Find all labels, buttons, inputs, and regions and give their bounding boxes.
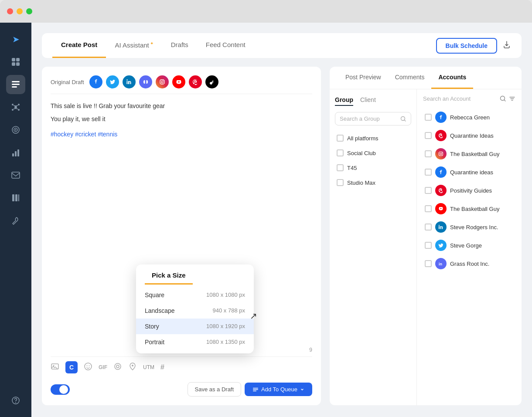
- checkbox-grass-root[interactable]: [425, 260, 432, 267]
- meta-icon[interactable]: [139, 75, 152, 88]
- checkbox-studio-max[interactable]: [337, 179, 344, 186]
- svg-rect-44: [253, 388, 258, 389]
- account-row-positivity-guides[interactable]: Positivity Guides: [423, 181, 515, 200]
- sidebar-item-analytics[interactable]: [6, 143, 25, 162]
- tab-feed-content[interactable]: Feed Content: [197, 33, 254, 58]
- account-row-steve-rodgers[interactable]: Steve Rodgers Inc.: [423, 218, 515, 236]
- sidebar-item-target[interactable]: [6, 120, 25, 139]
- svg-line-13: [16, 105, 18, 106]
- size-option-story[interactable]: Story 1080 x 1920 px ↗: [136, 319, 254, 334]
- size-option-square[interactable]: Square 1080 x 1080 px: [136, 287, 254, 303]
- group-label-social-club: Social Club: [347, 150, 376, 156]
- editor-header: Original Draft: [51, 75, 312, 94]
- account-row-quarantine-ideas-2[interactable]: Quarantine ideas: [423, 163, 515, 181]
- account-row-quarantine-ideas-1[interactable]: Quarantine Ideas: [423, 126, 515, 145]
- save-draft-button[interactable]: Save as a Draft: [188, 382, 242, 397]
- account-search[interactable]: Search an Account: [423, 95, 515, 102]
- tab-comments[interactable]: Comments: [388, 67, 432, 89]
- account-row-basketball-guy-2[interactable]: The Basketball Guy: [423, 200, 515, 218]
- svg-rect-1: [16, 58, 20, 61]
- svg-rect-3: [16, 62, 20, 66]
- group-t45[interactable]: T45: [335, 160, 411, 175]
- instagram-icon[interactable]: [156, 75, 169, 88]
- checkbox-quarantine-ideas-1[interactable]: [425, 132, 432, 139]
- group-social-club[interactable]: Social Club: [335, 146, 411, 160]
- app-shell: ➤ Create Po: [0, 23, 532, 417]
- account-row-steve-gorge[interactable]: Steve Gorge: [423, 236, 515, 254]
- location-icon[interactable]: [128, 362, 137, 373]
- maximize-button[interactable]: [26, 8, 32, 14]
- checkbox-social-club[interactable]: [337, 149, 344, 156]
- tab-accounts[interactable]: Accounts: [431, 67, 473, 89]
- account-row-rebecca-green[interactable]: Rebecca Green: [423, 108, 515, 126]
- youtube-icon[interactable]: [172, 75, 185, 88]
- right-panel-body: Group Client Search a Group All platform…: [330, 89, 522, 405]
- group-tab[interactable]: Group: [335, 96, 353, 106]
- hashtag-button[interactable]: #: [160, 363, 164, 371]
- size-option-portrait[interactable]: Portrait 1080 x 1350 px: [136, 334, 254, 350]
- twitter-icon[interactable]: [106, 75, 119, 88]
- sidebar-item-inbox[interactable]: [6, 166, 25, 185]
- checkbox-basketball-guy-1[interactable]: [425, 150, 432, 157]
- gif-icon[interactable]: GIF: [99, 364, 107, 370]
- bulk-schedule-button[interactable]: Bulk Schedule: [436, 38, 497, 54]
- client-tab[interactable]: Client: [360, 96, 376, 106]
- close-button[interactable]: [7, 8, 13, 14]
- toggle-switch[interactable]: [51, 384, 70, 395]
- tiktok-icon[interactable]: [205, 75, 218, 88]
- facebook-icon[interactable]: [89, 75, 102, 88]
- checkbox-positivity-guides[interactable]: [425, 187, 432, 194]
- pinterest-icon[interactable]: [189, 75, 202, 88]
- checkbox-quarantine-ideas-2[interactable]: [425, 169, 432, 176]
- sidebar-item-posts[interactable]: [6, 75, 25, 94]
- size-option-landscape[interactable]: Landscape 940 x 788 px: [136, 303, 254, 319]
- sidebar-item-library[interactable]: [6, 188, 25, 207]
- tab-create-post[interactable]: Create Post: [52, 33, 106, 58]
- image-icon[interactable]: [51, 362, 59, 373]
- emoji-icon[interactable]: [84, 362, 92, 373]
- account-row-grass-root[interactable]: in Grass Root Inc.: [423, 254, 515, 273]
- checkbox-steve-rodgers[interactable]: [425, 224, 432, 231]
- size-label-story: Story: [145, 323, 159, 330]
- right-panel: Post Preview Comments Accounts Group Cli…: [330, 67, 522, 405]
- top-card-actions: Bulk Schedule: [436, 38, 511, 54]
- account-platform-icon-rebecca-green: [435, 112, 447, 123]
- checkbox-rebecca-green[interactable]: [425, 114, 432, 121]
- checkbox-t45[interactable]: [337, 164, 344, 171]
- canva-icon[interactable]: C: [65, 361, 78, 373]
- checkbox-all-platforms[interactable]: [337, 135, 344, 142]
- tab-ai-assistant[interactable]: AI Assistant✦: [106, 33, 162, 58]
- linkedin-icon[interactable]: [123, 75, 136, 88]
- minimize-button[interactable]: [17, 8, 23, 14]
- group-search[interactable]: Search a Group: [335, 112, 411, 125]
- content-area: Original Draft: [42, 67, 522, 405]
- utm-button[interactable]: UTM: [143, 364, 154, 370]
- target-icon[interactable]: [113, 362, 122, 373]
- sidebar-item-send[interactable]: ➤: [6, 30, 25, 49]
- right-panel-tabs: Post Preview Comments Accounts: [330, 67, 522, 89]
- svg-point-48: [501, 96, 505, 101]
- group-all-platforms[interactable]: All platforms: [335, 131, 411, 146]
- sidebar-item-network[interactable]: [6, 98, 25, 117]
- cursor-arrow-icon: ↗: [250, 311, 257, 321]
- account-platform-icon-grass-root: in: [435, 258, 447, 269]
- sidebar-item-tools[interactable]: [6, 211, 25, 230]
- group-label-studio-max: Studio Max: [347, 180, 375, 186]
- checkbox-basketball-guy-2[interactable]: [425, 205, 432, 212]
- group-studio-max[interactable]: Studio Max: [335, 175, 411, 190]
- sidebar-item-support[interactable]: [6, 391, 25, 410]
- tab-drafts[interactable]: Drafts: [162, 33, 197, 58]
- add-to-queue-button[interactable]: Add To Queue: [245, 383, 312, 396]
- svg-rect-2: [12, 62, 15, 66]
- group-label-t45: T45: [347, 165, 357, 171]
- account-row-basketball-guy-1[interactable]: The Basketball Guy: [423, 145, 515, 163]
- export-button[interactable]: [502, 40, 511, 51]
- svg-rect-22: [12, 172, 20, 178]
- tab-post-preview[interactable]: Post Preview: [338, 67, 388, 89]
- account-name-positivity-guides: Positivity Guides: [450, 187, 492, 194]
- svg-text:in: in: [439, 262, 442, 266]
- checkbox-steve-gorge[interactable]: [425, 242, 432, 249]
- account-name-basketball-guy-2: The Basketball Guy: [450, 206, 499, 212]
- sidebar-item-dashboard[interactable]: [6, 52, 25, 71]
- ai-badge: ✦: [150, 41, 153, 46]
